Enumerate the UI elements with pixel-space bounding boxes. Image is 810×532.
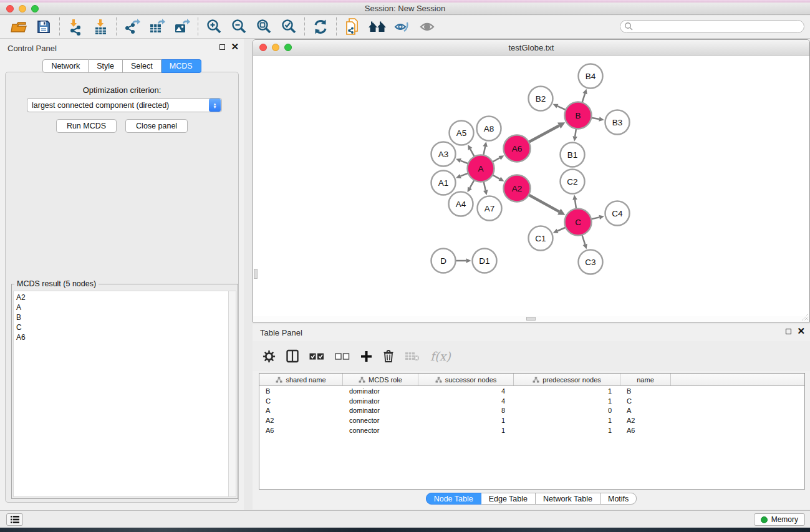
network-hscroll-thumb[interactable] bbox=[526, 317, 536, 321]
column-tree-icon bbox=[359, 377, 365, 383]
graph-arrowhead bbox=[466, 258, 471, 263]
run-mcds-button[interactable]: Run MCDS bbox=[56, 119, 117, 133]
tab-network-table[interactable]: Network Table bbox=[536, 493, 600, 505]
zoom-in-button[interactable] bbox=[201, 17, 226, 37]
toolbar-separator bbox=[304, 17, 305, 36]
table-cell: 1 bbox=[514, 387, 620, 395]
graph-node-label: B1 bbox=[567, 150, 578, 160]
zoom-fit-icon bbox=[256, 19, 272, 35]
export-table-icon bbox=[148, 18, 166, 36]
network-hscroll[interactable] bbox=[253, 316, 809, 322]
refresh-button[interactable] bbox=[308, 17, 333, 37]
import-table-button[interactable] bbox=[88, 17, 113, 37]
column-header-successor-nodes[interactable]: successor nodes bbox=[418, 374, 514, 385]
table-row[interactable]: Adominator80A bbox=[259, 406, 804, 416]
close-table-panel-icon[interactable]: ✕ bbox=[797, 328, 805, 334]
mcds-result-list[interactable]: A2ABCA6 bbox=[13, 291, 228, 497]
export-image-button[interactable] bbox=[170, 17, 195, 37]
tab-motifs[interactable]: Motifs bbox=[600, 493, 637, 505]
hide-panels-button[interactable] bbox=[390, 17, 415, 37]
tab-node-table[interactable]: Node Table bbox=[426, 493, 481, 505]
criterion-dropdown[interactable]: largest connected component (directed) ▲… bbox=[27, 98, 222, 112]
network-zoom-traffic-light[interactable] bbox=[284, 44, 292, 51]
mcds-result-item[interactable]: B bbox=[16, 312, 228, 322]
table-row[interactable]: A6connector11A6 bbox=[259, 425, 804, 435]
minimize-traffic-light[interactable] bbox=[19, 5, 26, 12]
home-button[interactable] bbox=[365, 17, 390, 37]
mcds-result-item[interactable]: A6 bbox=[16, 332, 228, 342]
graph-arrowhead bbox=[483, 142, 487, 147]
zoom-traffic-light[interactable] bbox=[31, 5, 39, 12]
graph-node-label: A3 bbox=[438, 150, 449, 159]
tab-network[interactable]: Network bbox=[42, 59, 89, 73]
save-session-button[interactable] bbox=[31, 17, 56, 37]
search-input[interactable] bbox=[634, 22, 804, 31]
resize-grip-icon[interactable] bbox=[800, 312, 809, 321]
table-cell: C bbox=[620, 397, 671, 405]
table-row[interactable]: A2connector11A2 bbox=[259, 415, 804, 425]
control-panel-title: Control Panel bbox=[7, 44, 57, 53]
result-scrollbar[interactable] bbox=[228, 291, 236, 497]
desktop-wallpaper-strip bbox=[0, 528, 810, 532]
tab-mcds[interactable]: MCDS bbox=[162, 59, 201, 73]
show-eye-button[interactable] bbox=[415, 17, 440, 37]
tab-select[interactable]: Select bbox=[123, 59, 162, 73]
node-table[interactable]: shared nameMCDS rolesuccessor nodesprede… bbox=[259, 373, 805, 490]
table-row[interactable]: Bdominator41B bbox=[259, 386, 804, 396]
table-cell: connector bbox=[343, 417, 418, 424]
select-all-button[interactable] bbox=[309, 352, 324, 360]
delete-column-button[interactable] bbox=[383, 349, 394, 363]
trash-icon bbox=[383, 349, 394, 363]
network-vscroll-thumb[interactable] bbox=[254, 269, 258, 279]
table-cell: B bbox=[620, 387, 671, 395]
network-view-window: testGlobe.txt AA1A2A3A4A5A6A7A8BB1B2B3B4… bbox=[253, 39, 810, 322]
mcds-result-item[interactable]: C bbox=[16, 322, 228, 332]
network-minimize-traffic-light[interactable] bbox=[272, 44, 279, 51]
float-table-panel-icon[interactable] bbox=[786, 329, 791, 334]
zoom-out-button[interactable] bbox=[226, 17, 251, 37]
tab-edge-table[interactable]: Edge Table bbox=[481, 493, 536, 505]
export-table-button[interactable] bbox=[145, 17, 170, 37]
column-tree-icon bbox=[276, 377, 282, 383]
import-network-button[interactable] bbox=[63, 17, 88, 37]
close-traffic-light[interactable] bbox=[6, 5, 14, 12]
graph-arrowhead bbox=[483, 190, 488, 195]
mcds-result-item[interactable]: A2 bbox=[16, 293, 228, 302]
table-cell: B bbox=[259, 387, 343, 395]
column-tree-icon bbox=[435, 377, 442, 383]
memory-button[interactable]: Memory bbox=[754, 513, 805, 526]
table-settings-button[interactable] bbox=[263, 350, 276, 363]
column-header-name[interactable]: name bbox=[620, 374, 671, 385]
table-tabs: Node Table Edge Table Network Table Moti… bbox=[253, 493, 810, 505]
add-column-button[interactable] bbox=[360, 351, 372, 362]
float-panel-icon[interactable] bbox=[219, 44, 225, 50]
graph-node-label: A1 bbox=[438, 178, 449, 188]
network-close-traffic-light[interactable] bbox=[259, 44, 267, 51]
toolbar-search[interactable] bbox=[620, 20, 804, 33]
export-network-button[interactable] bbox=[120, 17, 145, 37]
task-history-button[interactable] bbox=[6, 513, 23, 526]
delete-table-button-disabled[interactable] bbox=[405, 351, 420, 361]
import-table-icon bbox=[92, 18, 108, 36]
show-columns-button[interactable] bbox=[286, 349, 299, 363]
close-panel-icon[interactable]: ✕ bbox=[231, 44, 239, 50]
mcds-result-item[interactable]: A bbox=[16, 302, 228, 312]
function-builder-button[interactable]: f(x) bbox=[430, 349, 451, 363]
open-session-button[interactable] bbox=[6, 17, 31, 37]
column-header-predecessor-nodes[interactable]: predecessor nodes bbox=[514, 374, 620, 385]
table-row[interactable]: Cdominator41C bbox=[259, 396, 804, 406]
export-image-icon bbox=[173, 18, 191, 36]
network-canvas[interactable]: AA1A2A3A4A5A6A7A8BB1B2B3B4CC1C2C3C4DD1 bbox=[253, 56, 809, 316]
tab-style[interactable]: Style bbox=[89, 59, 123, 73]
zoom-selected-button[interactable] bbox=[276, 17, 301, 37]
close-panel-button[interactable]: Close panel bbox=[125, 119, 188, 133]
toolbar-separator bbox=[59, 17, 60, 36]
network-window-titlebar[interactable]: testGlobe.txt bbox=[253, 40, 809, 56]
column-header-shared-name[interactable]: shared name bbox=[259, 374, 343, 385]
network-snapshot-button[interactable] bbox=[340, 17, 365, 37]
graph-arrowhead bbox=[572, 195, 577, 200]
graph-node-label: A6 bbox=[512, 144, 523, 153]
deselect-all-button[interactable] bbox=[335, 352, 350, 360]
zoom-fit-button[interactable] bbox=[251, 17, 276, 37]
column-header-MCDS-role[interactable]: MCDS role bbox=[343, 374, 418, 385]
